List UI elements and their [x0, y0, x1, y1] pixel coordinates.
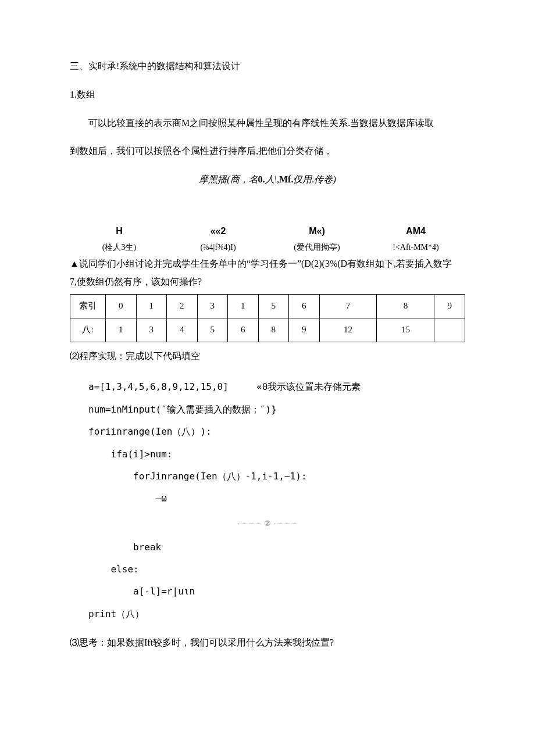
- subsection-heading: 1.数组: [70, 87, 465, 103]
- cell: 6: [228, 318, 259, 342]
- col-3: M«) (爱代用拗亭): [268, 223, 366, 255]
- italic-bold1: 0.: [258, 174, 265, 184]
- cell: 9: [289, 318, 320, 342]
- cell: 0: [106, 294, 137, 318]
- blank-underline-right: [274, 524, 297, 524]
- cell: 5: [197, 318, 228, 342]
- cell: 8: [258, 318, 289, 342]
- cell: 6: [289, 294, 320, 318]
- task-line1: ▲说同学们小组讨论并完成学生任务单中的“学习任务一”(D(2)(3%(D有数组如…: [70, 256, 465, 273]
- code-line-7: break: [133, 542, 161, 553]
- paragraph-1-line1: 可以比较直接的表示商M之间按照某种属性呈现的有序线性关系.当数据从数据库读取: [70, 115, 465, 132]
- cell: 1: [136, 294, 167, 318]
- cell: 3: [136, 318, 167, 342]
- italic-post: 仅用.传卷): [293, 174, 336, 184]
- section-3-heading: ⑶思考：如果数据Ift较多时，我们可以采用什么方法来我找位置?: [70, 635, 465, 651]
- task-line2: 7,使数组仍然有序，该如何操作?: [70, 274, 465, 291]
- cell: 2: [167, 294, 198, 318]
- code-line-1b: «0我示该位置未存储元素: [256, 381, 361, 392]
- col-3-top: M«): [268, 223, 366, 240]
- cell: [434, 318, 465, 342]
- code-line-3: foriinrange(Ien（八）):: [88, 426, 212, 437]
- col-1: H (栓人3生): [70, 223, 169, 255]
- cell: 1: [106, 318, 137, 342]
- italic-mid: 人\,: [265, 174, 279, 184]
- cell: 15: [377, 318, 434, 342]
- table-row: 索引 0 1 2 3 1 5 6 7 8 9: [70, 294, 465, 318]
- cell: 1: [228, 294, 259, 318]
- paragraph-1-line2: 到数姐后，我们可以按照各个属性进行持序后,把他们分类存储，: [70, 143, 465, 160]
- blank-number-2: ②: [264, 517, 271, 530]
- section-heading: 三、实时承!系统中的数据结构和算法设计: [70, 58, 465, 75]
- code-block-2: break else: a[-l]=r∣uιn print（八）: [88, 536, 465, 626]
- col-2-top: ««2: [169, 223, 268, 240]
- col-1-bottom: (栓人3生): [70, 240, 169, 255]
- cell: 8: [377, 294, 434, 318]
- col-3-bottom: (爱代用拗亭): [268, 240, 366, 255]
- col-1-top: H: [70, 223, 169, 240]
- col-2: ««2 (⅜4|f⅜4)I): [169, 223, 268, 255]
- italic-pre: 摩黑播(商，名: [199, 174, 258, 184]
- col-4-bottom: !<Aft-MM*4): [366, 240, 465, 255]
- col-4: AM4 !<Aft-MM*4): [366, 223, 465, 255]
- code-line-2: num=inMinput(″输入需要插入的数据：″)}: [88, 404, 277, 415]
- code-line-10: print（八）: [88, 608, 144, 619]
- col-2-bottom: (⅜4|f⅜4)I): [169, 240, 268, 255]
- four-column-row: H (栓人3生) ««2 (⅜4|f⅜4)I) M«) (爱代用拗亭) AM4 …: [70, 223, 465, 255]
- index-value-table: 索引 0 1 2 3 1 5 6 7 8 9 八: 1 3 4 5 6 8 9 …: [70, 294, 465, 342]
- cell: 3: [197, 294, 228, 318]
- code-line-1a: a=[1,3,4,5,6,8,9,12,15,0]: [88, 381, 229, 392]
- cell: 4: [167, 318, 198, 342]
- italic-bold2: Mf.: [279, 174, 293, 184]
- table-row: 八: 1 3 4 5 6 8 9 12 15: [70, 318, 465, 342]
- code-line-8: else:: [111, 564, 139, 575]
- code-block: a=[1,3,4,5,6,8,9,12,15,0] «0我示该位置未存储元素 n…: [88, 376, 465, 510]
- cell: 12: [319, 318, 377, 342]
- row2-label: 八:: [70, 318, 106, 342]
- centered-italic-line: 摩黑播(商，名0.人\,Mf.仅用.传卷): [70, 171, 465, 188]
- cell: 7: [319, 294, 377, 318]
- fill-blank-2-wrap: ②: [70, 515, 465, 532]
- fill-blank-2: ②: [238, 517, 298, 530]
- row1-label: 索引: [70, 294, 106, 318]
- cell: 5: [258, 294, 289, 318]
- blank-underline-left: [238, 524, 261, 524]
- code-line-4: ifa(i]>num:: [111, 449, 173, 460]
- cell: 9: [434, 294, 465, 318]
- code-line-5: forJinrange(Ien（八）-1,i-1,~1):: [133, 471, 306, 482]
- col-4-top: AM4: [366, 223, 465, 240]
- code-line-6: —ω: [156, 493, 167, 504]
- section-2-heading: ⑵程序实现：完成以下代码填空: [70, 348, 465, 365]
- code-line-9: a[-l]=r∣uιn: [133, 586, 195, 597]
